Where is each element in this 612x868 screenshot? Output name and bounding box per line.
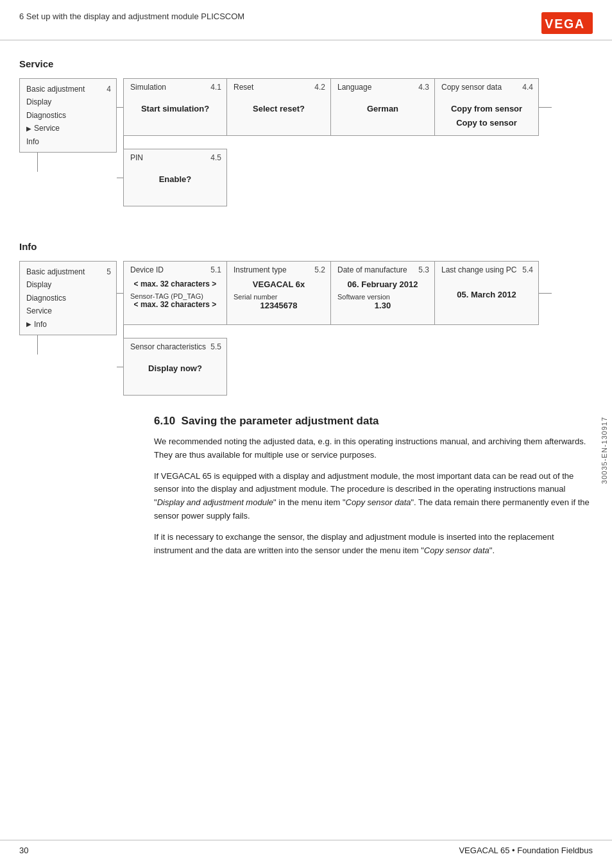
info-menu-item-display: Display xyxy=(26,278,110,291)
sensor-char-box: Sensor characteristics 5.5 Display now? xyxy=(123,338,227,396)
sensor-char-content: Display now? xyxy=(130,362,220,376)
section-spacer xyxy=(19,219,593,235)
language-title: Language xyxy=(337,83,371,92)
sw-version-label: Software version xyxy=(337,293,428,301)
simulation-title: Simulation xyxy=(130,83,166,92)
chapter-heading: Saving the parameter adjustment data xyxy=(182,415,379,427)
h-line-1 xyxy=(117,107,123,108)
date-manufacture-val: 06. February 2012 xyxy=(337,280,428,289)
info-menu-item-diagnostics: Diagnostics xyxy=(26,292,110,305)
pin-number: 4.5 xyxy=(210,153,221,162)
language-box: Language 4.3 German xyxy=(331,78,435,136)
vert-connector-info xyxy=(37,335,38,355)
simulation-number: 4.1 xyxy=(210,83,221,92)
copy-sensor-content: Copy from sensorCopy to sensor xyxy=(441,102,532,130)
device-id-number: 5.1 xyxy=(210,265,221,274)
copy-sensor-number: 4.4 xyxy=(522,83,533,92)
service-section: Service 4 Basic adjustment Display Diagn… xyxy=(19,58,593,206)
page-footer: 30 VEGACAL 65 • Foundation Fieldbus xyxy=(0,840,612,855)
menu-item-basic: Basic adjustment xyxy=(26,83,110,96)
serial-label: Serial number xyxy=(234,293,324,301)
side-label: 30035-EN-130917 xyxy=(600,417,608,484)
info-subrow2: Sensor characteristics 5.5 Display now? xyxy=(117,338,552,396)
simulation-content: Start simulation? xyxy=(130,102,220,116)
menu-item-service: ▶ Service xyxy=(26,122,110,135)
info-menu-item-service: Service xyxy=(26,305,110,317)
info-menu-number: 5 xyxy=(106,265,111,278)
instrument-type-box: Instrument type 5.2 VEGACAL 6x Serial nu… xyxy=(227,261,331,325)
main-content: Service 4 Basic adjustment Display Diagn… xyxy=(0,40,612,396)
instrument-type-val: VEGACAL 6x xyxy=(234,280,324,289)
copy-sensor-title: Copy sensor data xyxy=(441,83,502,92)
date-manufacture-title: Date of manufacture xyxy=(337,265,407,274)
vert-conn-sensor-char xyxy=(123,325,124,338)
date-manufacture-number: 5.3 xyxy=(418,265,429,274)
info-menu-item-basic: Basic adjustment xyxy=(26,265,110,278)
info-heading: Info xyxy=(19,241,593,252)
sensor-char-title: Sensor characteristics xyxy=(130,342,206,351)
instrument-type-number: 5.2 xyxy=(314,265,325,274)
pin-title: PIN xyxy=(130,153,143,162)
info-subrow1: Device ID 5.1 < max. 32 characters > Sen… xyxy=(117,261,552,325)
page-header: 6 Set up with the display and adjustment… xyxy=(0,0,612,40)
simulation-box: Simulation 4.1 Start simulation? xyxy=(123,78,227,136)
footer-product: VEGACAL 65 • Foundation Fieldbus xyxy=(459,846,593,855)
header-title: 6 Set up with the display and adjustment… xyxy=(19,12,244,21)
pin-box: PIN 4.5 Enable? xyxy=(123,149,227,206)
vega-logo: VEGA xyxy=(541,12,593,35)
reset-content: Select reset? xyxy=(234,102,324,116)
pin-content: Enable? xyxy=(130,172,220,187)
last-change-val: 05. March 2012 xyxy=(441,290,532,299)
service-subrow1: Simulation 4.1 Start simulation? Reset 4… xyxy=(117,78,552,136)
device-id-box: Device ID 5.1 < max. 32 characters > Sen… xyxy=(123,261,227,325)
chapter-section: 6.10 Saving the parameter adjustment dat… xyxy=(0,408,612,557)
reset-box: Reset 4.2 Select reset? xyxy=(227,78,331,136)
vert-connector-service xyxy=(37,153,38,172)
serial-val: 12345678 xyxy=(234,301,324,310)
info-menu-item-info: ▶ Info xyxy=(26,318,110,331)
sensor-char-number: 5.5 xyxy=(210,342,221,351)
service-subrow2: PIN 4.5 Enable? xyxy=(117,149,552,206)
instrument-type-title: Instrument type xyxy=(234,265,287,274)
date-manufacture-box: Date of manufacture 5.3 06. February 201… xyxy=(331,261,435,325)
chapter-para-2: If VEGACAL 65 is equipped with a display… xyxy=(154,470,593,523)
menu-item-info: Info xyxy=(26,135,110,148)
last-change-title: Last change using PC xyxy=(441,265,516,274)
h-line-info-1 xyxy=(117,293,123,294)
footer-page-number: 30 xyxy=(19,846,28,855)
device-id-title: Device ID xyxy=(130,265,164,274)
language-number: 4.3 xyxy=(418,83,429,92)
svg-text:VEGA: VEGA xyxy=(545,17,585,31)
h-line-sensor-char xyxy=(117,367,123,367)
h-line-pin xyxy=(117,178,123,178)
copy-sensor-box: Copy sensor data 4.4 Copy from sensorCop… xyxy=(435,78,539,136)
sensor-tag-val: < max. 32 characters > xyxy=(130,300,220,309)
arrow-icon: ▶ xyxy=(26,123,31,134)
chapter-number: 6.10 xyxy=(154,415,175,427)
last-change-box: Last change using PC 5.4 05. March 2012 xyxy=(435,261,539,325)
reset-title: Reset xyxy=(234,83,253,92)
chapter-para-1: We recommended noting the adjusted data,… xyxy=(154,435,593,462)
info-section: Info 5 Basic adjustment Display Diagnost… xyxy=(19,241,593,396)
device-id-val: < max. 32 characters > xyxy=(130,280,220,288)
sensor-tag-label: Sensor-TAG (PD_TAG) xyxy=(130,292,220,300)
last-change-number: 5.4 xyxy=(522,265,533,274)
service-heading: Service xyxy=(19,58,593,69)
vert-conn-to-pin xyxy=(123,136,124,149)
menu-item-display: Display xyxy=(26,96,110,108)
language-content: German xyxy=(337,102,428,116)
service-menu-number: 4 xyxy=(106,83,111,96)
trailing-dash-info xyxy=(539,293,552,294)
arrow-icon-info: ▶ xyxy=(26,319,31,330)
reset-number: 4.2 xyxy=(314,83,325,92)
info-menu-box: 5 Basic adjustment Display Diagnostics S… xyxy=(19,261,117,335)
sw-version-val: 1.30 xyxy=(337,301,428,310)
chapter-para-3: If it is necessary to exchange the senso… xyxy=(154,531,593,558)
menu-item-diagnostics: Diagnostics xyxy=(26,109,110,122)
trailing-dash-1 xyxy=(539,107,552,108)
chapter-title: 6.10 Saving the parameter adjustment dat… xyxy=(154,415,593,428)
service-menu-box: 4 Basic adjustment Display Diagnostics ▶… xyxy=(19,78,117,153)
